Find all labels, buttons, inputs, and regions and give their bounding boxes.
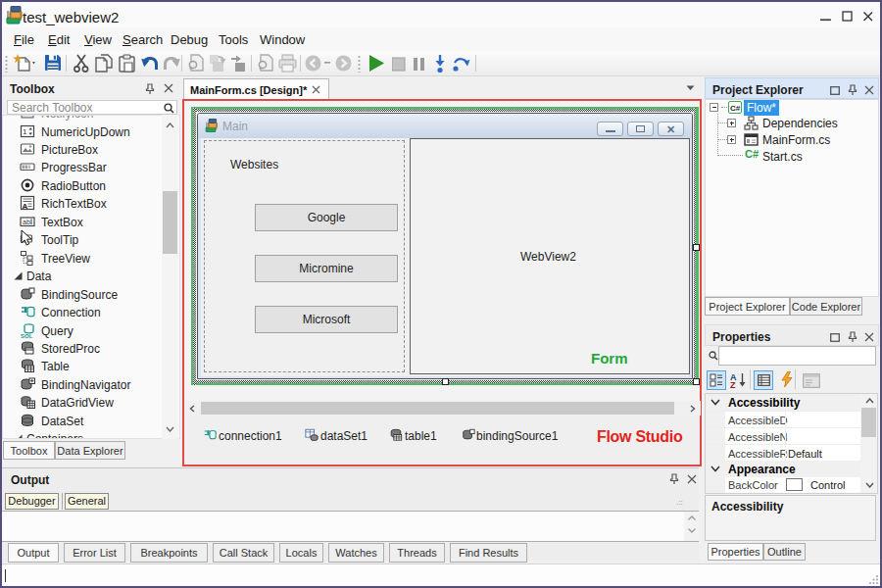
svg-text:SQL: SQL — [21, 332, 33, 338]
svg-text:Z: Z — [730, 380, 736, 389]
svg-text:A: A — [23, 202, 28, 211]
svg-text:1: 1 — [23, 127, 27, 136]
svg-text:ab: ab — [23, 219, 30, 225]
